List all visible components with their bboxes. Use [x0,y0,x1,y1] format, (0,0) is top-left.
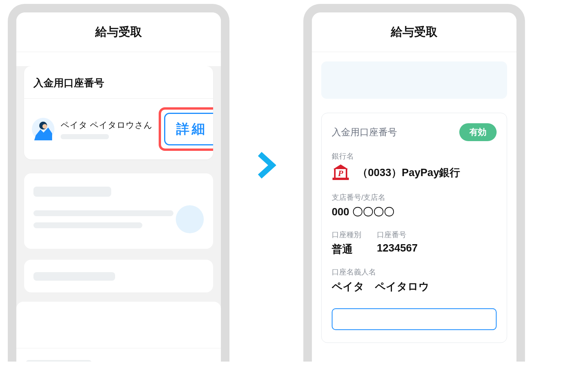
header-title-text: 給与受取 [391,24,438,40]
holder-field: 口座名義人名 ペイタ ペイタロウ [332,267,497,294]
placeholder-line [26,360,92,362]
details-card-title: 入金用口座番号 [332,126,397,138]
bank-field: 銀行名 P （0033）PayPay銀行 [332,151,497,182]
avatar-icon [32,118,54,140]
user-info: ペイタ ペイタロウさん [61,119,152,139]
account-type-value: 普通 [332,242,361,256]
placeholder-line [33,222,142,228]
account-number-field: 口座番号 1234567 [377,230,418,256]
account-card: 入金用口座番号 ペイタ ペイタロウさん [24,66,213,159]
placeholder-card [24,173,213,249]
placeholder-line [33,210,173,216]
account-card-title: 入金用口座番号 [24,66,213,99]
account-type-label: 口座種別 [332,230,361,240]
svg-point-3 [42,124,47,129]
account-number-value: 1234567 [377,242,418,254]
svg-text:P: P [338,168,343,178]
detail-button[interactable]: 詳細 [164,113,213,145]
account-type-field: 口座種別 普通 [332,230,361,256]
page-title: 給与受取 [16,12,221,52]
branch-value: 000 〇〇〇〇 [332,205,497,219]
phone-screen-list: 給与受取 入金用口座番号 ペイタ ペイ [8,4,229,362]
account-number-label: 口座番号 [377,230,418,240]
holder-value: ペイタ ペイタロウ [332,280,497,294]
placeholder-card [24,260,213,292]
branch-label: 支店番号/支店名 [332,192,497,203]
branch-field: 支店番号/支店名 000 〇〇〇〇 [332,192,497,219]
user-row[interactable]: ペイタ ペイタロウさん 詳細 [24,99,213,159]
header-title-text: 給与受取 [95,24,142,40]
highlight-box: 詳細 [159,107,213,151]
banner-placeholder [321,61,507,99]
placeholder-card-group [16,302,221,362]
placeholder-line [33,187,111,197]
placeholder-line [61,134,109,139]
svg-rect-5 [346,169,347,178]
flow-arrow [257,4,276,179]
bank-label: 銀行名 [332,151,497,161]
screen-body: 入金用口座番号 有効 銀行名 P [312,61,516,362]
holder-label: 口座名義人名 [332,267,497,277]
screen-body: 入金用口座番号 ペイタ ペイタロウさん [16,66,221,362]
svg-rect-4 [334,169,336,178]
paypay-bank-icon: P [332,164,350,182]
placeholder-circle [176,205,204,233]
status-badge: 有効 [459,123,497,141]
account-details-card: 入金用口座番号 有効 銀行名 P [321,113,507,343]
phone-screen-detail: 給与受取 入金用口座番号 有効 銀行名 [303,4,525,362]
placeholder-line [33,272,115,281]
chevron-right-icon [257,152,276,179]
bank-name-value: （0033）PayPay銀行 [357,166,460,180]
page-title: 給与受取 [312,12,516,52]
action-button[interactable] [332,308,497,330]
user-name: ペイタ ペイタロウさん [61,119,152,131]
